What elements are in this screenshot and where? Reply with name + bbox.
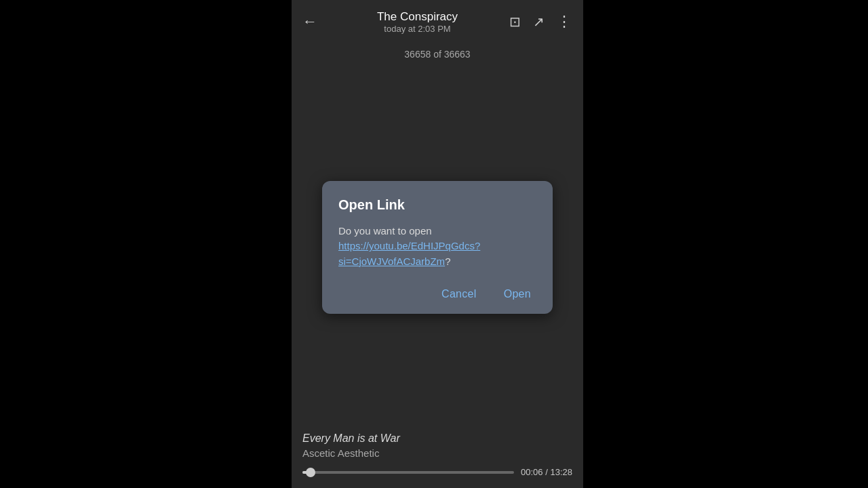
right-black-panel [583,0,868,488]
cast-icon[interactable]: ⊡ [509,14,521,30]
dialog-overlay: Open Link Do you want to open https://yo… [292,70,583,424]
more-options-icon[interactable]: ⋮ [557,13,572,30]
center-panel: ← The Conspiracy today at 2:03 PM ⊡ ↗ ⋮ … [292,0,583,488]
header-subtitle: today at 2:03 PM [384,24,450,34]
total-time: 13:28 [550,467,572,477]
dialog-link[interactable]: https://youtu.be/EdHIJPqGdcs?si=CjoWJVof… [338,240,480,267]
share-icon[interactable]: ↗ [533,14,545,30]
player-controls: 00:06 / 13:28 [302,467,572,477]
open-button[interactable]: Open [498,285,536,303]
dialog-title: Open Link [338,197,536,213]
progress-thumb[interactable] [306,468,315,477]
left-black-panel [0,0,292,488]
app-header: ← The Conspiracy today at 2:03 PM ⊡ ↗ ⋮ [292,0,583,43]
dialog-body: Do you want to open https://youtu.be/EdH… [338,224,536,270]
content-area: Open Link Do you want to open https://yo… [292,70,583,424]
channel-title: The Conspiracy [377,10,458,24]
dialog-body-suffix: ? [445,256,450,267]
player-section: Every Man is at War Ascetic Aesthetic 00… [292,424,583,488]
header-actions: ⊡ ↗ ⋮ [509,13,572,30]
progress-bar[interactable] [302,471,514,474]
dialog-actions: Cancel Open [338,285,536,303]
player-time: 00:06 / 13:28 [521,467,572,477]
header-title-area: The Conspiracy today at 2:03 PM [326,10,509,34]
song-title: Every Man is at War [302,432,572,445]
open-link-dialog: Open Link Do you want to open https://yo… [322,181,553,314]
current-time: 00:06 [521,467,543,477]
dialog-body-prefix: Do you want to open [338,225,432,237]
artist-name: Ascetic Aesthetic [302,447,572,459]
cancel-button[interactable]: Cancel [436,285,482,303]
back-button[interactable]: ← [302,13,317,30]
message-counter: 36658 of 36663 [292,43,583,70]
